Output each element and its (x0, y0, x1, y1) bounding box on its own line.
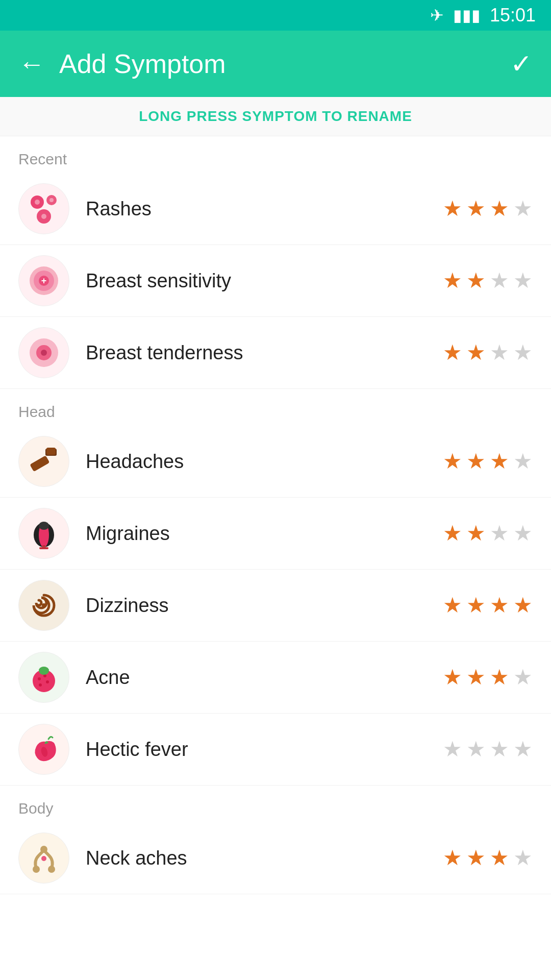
svg-point-5 (41, 214, 46, 219)
section-label-body: Body (0, 786, 551, 822)
stars-migraines[interactable]: ★ ★ ★ ★ (443, 523, 533, 544)
status-time: 15:01 (490, 5, 536, 26)
list-item[interactable]: Dizziness ★ ★ ★ ★ (0, 570, 551, 642)
symptom-name-breast-sensitivity: Breast sensitivity (86, 270, 443, 292)
list-item[interactable]: Migraines ★ ★ ★ ★ (0, 498, 551, 570)
star-3[interactable]: ★ (490, 595, 509, 616)
star-3[interactable]: ★ (490, 198, 509, 219)
symptom-icon-rashes (18, 183, 69, 234)
symptom-name-breast-tenderness: Breast tenderness (86, 342, 443, 364)
list-item[interactable]: Breast tenderness ★ ★ ★ ★ (0, 317, 551, 389)
symptom-name-migraines: Migraines (86, 523, 443, 545)
svg-rect-15 (46, 448, 56, 455)
star-4[interactable]: ★ (513, 739, 533, 760)
stars-breast-tenderness[interactable]: ★ ★ ★ ★ (443, 342, 533, 363)
star-4[interactable]: ★ (513, 595, 533, 616)
star-3[interactable]: ★ (490, 523, 509, 544)
status-bar: ✈ ▮▮▮ 15:01 (0, 0, 551, 31)
star-4[interactable]: ★ (513, 451, 533, 472)
symptom-icon-neck-aches (18, 832, 69, 884)
star-1[interactable]: ★ (443, 342, 462, 363)
back-button[interactable]: ← (18, 48, 45, 79)
stars-neck-aches[interactable]: ★ ★ ★ ★ (443, 847, 533, 869)
svg-rect-20 (39, 547, 48, 549)
svg-point-4 (49, 198, 54, 202)
symptom-name-acne: Acne (86, 667, 443, 689)
star-2[interactable]: ★ (466, 198, 486, 219)
svg-point-21 (42, 603, 46, 607)
section-label-recent: Recent (0, 136, 551, 173)
stars-acne[interactable]: ★ ★ ★ ★ (443, 667, 533, 688)
symptom-icon-breast-sensitivity: + (18, 255, 69, 306)
star-1[interactable]: ★ (443, 198, 462, 219)
list-item[interactable]: Rashes ★ ★ ★ ★ (0, 173, 551, 245)
star-2[interactable]: ★ (466, 595, 486, 616)
stars-breast-sensitivity[interactable]: ★ ★ ★ ★ (443, 270, 533, 291)
stars-headaches[interactable]: ★ ★ ★ ★ (443, 451, 533, 472)
airplane-icon: ✈ (430, 6, 444, 25)
star-3[interactable]: ★ (490, 270, 509, 291)
symptom-name-rashes: Rashes (86, 198, 443, 220)
symptom-icon-migraines (18, 508, 69, 559)
symptom-name-hectic-fever: Hectic fever (86, 739, 443, 761)
star-2[interactable]: ★ (466, 667, 486, 688)
svg-point-31 (40, 846, 47, 853)
star-2[interactable]: ★ (466, 451, 486, 472)
svg-point-3 (35, 200, 40, 205)
star-2[interactable]: ★ (466, 739, 486, 760)
svg-point-27 (39, 667, 49, 675)
header: ← Add Symptom ✓ (0, 31, 551, 97)
list-item[interactable]: Headaches ★ ★ ★ ★ (0, 426, 551, 498)
star-1[interactable]: ★ (443, 451, 462, 472)
star-4[interactable]: ★ (513, 270, 533, 291)
star-1[interactable]: ★ (443, 739, 462, 760)
section-label-head: Head (0, 389, 551, 426)
star-2[interactable]: ★ (466, 342, 486, 363)
section-recent: Recent Rashes ★ ★ ★ ★ (0, 136, 551, 389)
star-1[interactable]: ★ (443, 523, 462, 544)
star-3[interactable]: ★ (490, 739, 509, 760)
symptom-icon-acne (18, 652, 69, 703)
svg-point-18 (39, 522, 49, 530)
svg-point-25 (46, 680, 49, 683)
svg-point-30 (48, 866, 55, 873)
stars-rashes[interactable]: ★ ★ ★ ★ (443, 198, 533, 219)
star-1[interactable]: ★ (443, 847, 462, 869)
svg-point-29 (33, 866, 40, 873)
list-item[interactable]: + Breast sensitivity ★ ★ ★ ★ (0, 245, 551, 317)
symptom-icon-hectic-fever (18, 724, 69, 775)
star-4[interactable]: ★ (513, 523, 533, 544)
star-4[interactable]: ★ (513, 342, 533, 363)
star-3[interactable]: ★ (490, 451, 509, 472)
page-title: Add Symptom (59, 48, 510, 79)
battery-icon: ▮▮▮ (453, 6, 481, 25)
list-item[interactable]: Acne ★ ★ ★ ★ (0, 642, 551, 714)
star-2[interactable]: ★ (466, 523, 486, 544)
list-item[interactable]: Hectic fever ★ ★ ★ ★ (0, 714, 551, 786)
confirm-button[interactable]: ✓ (510, 48, 533, 79)
stars-dizziness[interactable]: ★ ★ ★ ★ (443, 595, 533, 616)
star-4[interactable]: ★ (513, 198, 533, 219)
symptom-name-headaches: Headaches (86, 451, 443, 473)
symptom-name-dizziness: Dizziness (86, 595, 443, 617)
star-4[interactable]: ★ (513, 667, 533, 688)
svg-point-32 (41, 856, 46, 861)
star-1[interactable]: ★ (443, 595, 462, 616)
star-2[interactable]: ★ (466, 270, 486, 291)
star-4[interactable]: ★ (513, 847, 533, 869)
star-3[interactable]: ★ (490, 667, 509, 688)
svg-rect-13 (30, 455, 49, 472)
star-1[interactable]: ★ (443, 667, 462, 688)
star-2[interactable]: ★ (466, 847, 486, 869)
star-3[interactable]: ★ (490, 847, 509, 869)
hint-text: LONG PRESS SYMPTOM TO RENAME (139, 108, 412, 124)
stars-hectic-fever[interactable]: ★ ★ ★ ★ (443, 739, 533, 760)
list-item[interactable]: Neck aches ★ ★ ★ ★ (0, 822, 551, 894)
symptom-icon-headaches (18, 436, 69, 487)
section-head: Head Headaches ★ ★ ★ ★ (0, 389, 551, 786)
symptom-name-neck-aches: Neck aches (86, 847, 443, 869)
star-3[interactable]: ★ (490, 342, 509, 363)
svg-point-26 (39, 683, 42, 687)
star-1[interactable]: ★ (443, 270, 462, 291)
section-body: Body Neck aches ★ ★ ★ ★ (0, 786, 551, 894)
